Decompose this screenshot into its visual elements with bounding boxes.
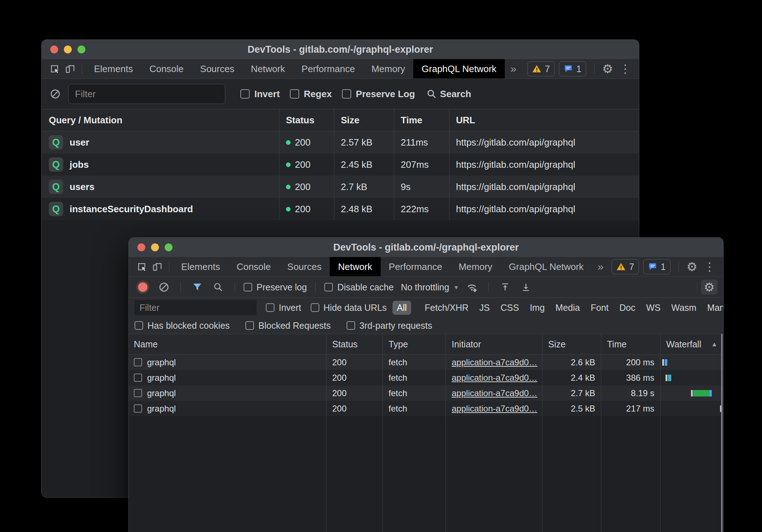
table-row[interactable]: graphql 200 fetch application-a7ca9d0… 2… [129,401,723,416]
more-tabs-icon[interactable]: » [592,257,610,276]
tab-performance[interactable]: Performance [293,59,363,79]
inspect-element-icon[interactable] [134,259,150,275]
warnings-badge[interactable]: 7 [612,259,639,274]
titlebar[interactable]: DevTools - gitlab.com/-/graphql-explorer [129,238,723,257]
messages-badge[interactable]: 1 [643,259,671,274]
minimize-button[interactable] [151,243,159,251]
network-settings-button[interactable]: ⚙ [701,280,718,295]
column-header-waterfall[interactable]: Waterfall ▲ [660,334,723,354]
settings-gear-icon[interactable]: ⚙ [687,261,697,273]
maximize-button[interactable] [77,46,85,53]
search-button[interactable]: Search [427,89,471,100]
has-blocked-cookies-checkbox[interactable] [135,321,143,330]
preserve-log-option[interactable]: Preserve Log [342,89,415,100]
type-filter-media[interactable]: Media [551,301,584,315]
maximize-button[interactable] [165,243,173,251]
device-toolbar-icon[interactable] [150,259,165,275]
preserve-log-option[interactable]: Preserve log [244,282,307,293]
blocked-requests-checkbox[interactable] [245,321,254,330]
network-filter-input[interactable] [135,300,257,315]
type-filter-css[interactable]: CSS [496,301,523,315]
column-header-type[interactable]: Type [382,334,446,354]
export-har-icon[interactable] [518,279,534,295]
disable-cache-checkbox[interactable] [324,283,333,291]
clear-network-log-icon[interactable] [156,279,172,295]
has-blocked-cookies-option[interactable]: Has blocked cookies [135,320,230,331]
table-row[interactable]: Qjobs 200 2.45 kB 207ms https://gitlab.c… [42,153,639,176]
tab-console[interactable]: Console [228,257,279,276]
table-row[interactable]: QinstanceSecurityDashboard 200 2.48 kB 2… [42,198,639,220]
warnings-badge[interactable]: 7 [527,61,555,76]
tab-memory[interactable]: Memory [450,257,500,276]
column-header-name[interactable]: Name [129,334,326,354]
third-party-requests-checkbox[interactable] [347,321,355,330]
blocked-requests-option[interactable]: Blocked Requests [245,320,331,331]
type-filter-img[interactable]: Img [526,301,549,315]
type-filter-wasm[interactable]: Wasm [667,301,701,315]
type-filter-ws[interactable]: WS [642,301,665,315]
preserve-log-checkbox[interactable] [342,89,351,99]
initiator-link[interactable]: application-a7ca9d0… [452,357,537,367]
kebab-menu-icon[interactable]: ⋮ [702,261,718,272]
table-row[interactable]: graphql 200 fetch application-a7ca9d0… 2… [129,385,723,401]
record-network-log-button[interactable] [138,282,147,292]
invert-option[interactable]: Invert [266,303,301,313]
invert-checkbox[interactable] [266,303,274,312]
regex-option[interactable]: Regex [290,89,332,100]
type-filter-font[interactable]: Font [586,301,613,315]
tab-network[interactable]: Network [330,257,380,276]
minimize-button[interactable] [64,46,72,53]
settings-gear-icon[interactable]: ⚙ [602,63,613,75]
table-row[interactable]: graphql 200 fetch application-a7ca9d0… 2… [129,355,723,370]
column-header-size[interactable]: Size [542,334,601,354]
hide-data-urls-option[interactable]: Hide data URLs [311,303,387,313]
vertical-scrollbar[interactable] [721,334,723,532]
row-checkbox[interactable] [134,374,142,382]
invert-checkbox[interactable] [240,89,250,99]
tab-elements[interactable]: Elements [173,257,228,276]
table-row[interactable]: Qusers 200 2.7 kB 9s https://gitlab.com/… [42,176,639,198]
type-filter-js[interactable]: JS [475,301,494,315]
messages-badge[interactable]: 1 [559,61,586,76]
inspect-element-icon[interactable] [47,61,62,77]
column-header-initiator[interactable]: Initiator [446,334,542,354]
import-har-icon[interactable] [497,279,513,295]
initiator-link[interactable]: application-a7ca9d0… [452,388,537,398]
third-party-requests-option[interactable]: 3rd-party requests [347,320,432,331]
row-checkbox[interactable] [134,389,142,397]
device-toolbar-icon[interactable] [62,61,78,77]
search-icon[interactable] [210,279,226,295]
preserve-log-checkbox[interactable] [244,283,252,291]
row-checkbox[interactable] [134,358,142,366]
clear-block-icon[interactable] [47,86,63,102]
initiator-link[interactable]: application-a7ca9d0… [452,373,537,383]
titlebar[interactable]: DevTools - gitlab.com/-/graphql-explorer [42,40,639,59]
column-header-time[interactable]: Time [601,334,660,354]
hide-data-urls-checkbox[interactable] [311,303,319,312]
type-filter-all[interactable]: All [392,301,411,315]
close-button[interactable] [137,243,145,251]
tab-graphql-network[interactable]: GraphQL Network [500,257,592,276]
tab-performance[interactable]: Performance [381,257,451,276]
type-filter-fetch-xhr[interactable]: Fetch/XHR [420,301,473,315]
table-row[interactable]: graphql 200 fetch application-a7ca9d0… 2… [129,370,723,385]
regex-checkbox[interactable] [290,89,299,99]
throttling-dropdown[interactable]: No throttling ▼ [401,282,459,293]
type-filter-doc[interactable]: Doc [615,301,639,315]
close-button[interactable] [50,46,58,53]
tab-sources[interactable]: Sources [279,257,330,276]
row-checkbox[interactable] [134,404,142,413]
tab-network[interactable]: Network [243,59,293,79]
initiator-link[interactable]: application-a7ca9d0… [452,404,537,414]
tab-memory[interactable]: Memory [363,59,413,79]
disable-cache-option[interactable]: Disable cache [324,282,394,293]
invert-option[interactable]: Invert [240,89,280,100]
tab-elements[interactable]: Elements [86,59,141,79]
network-conditions-icon[interactable] [464,279,480,295]
more-tabs-icon[interactable]: » [505,59,522,79]
table-row[interactable]: Quser 200 2.57 kB 211ms https://gitlab.c… [42,131,639,153]
column-header-status[interactable]: Status [326,334,382,354]
tab-console[interactable]: Console [141,59,192,79]
type-filter-manifest[interactable]: Manifest [703,301,724,315]
filter-funnel-icon[interactable] [189,279,205,295]
